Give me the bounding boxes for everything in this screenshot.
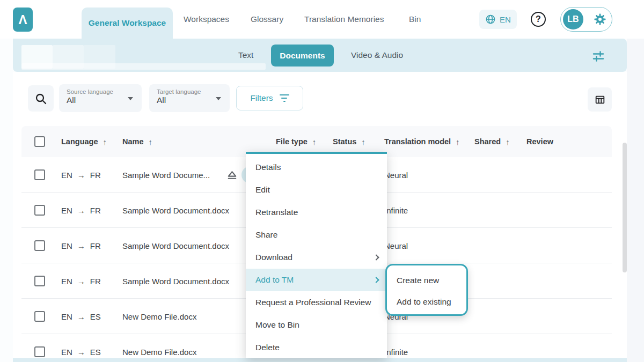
avatar[interactable]: LB — [563, 9, 583, 29]
column-label: Review — [526, 137, 553, 146]
eject-icon[interactable] — [225, 168, 239, 184]
context-menu: Details Edit Retranslate Share Download … — [246, 152, 387, 358]
name-cell[interactable]: Sample Word Docume... — [122, 157, 210, 193]
menu-item-details[interactable]: Details — [246, 156, 387, 179]
target-lang: FR — [90, 241, 101, 250]
row-checkbox[interactable] — [34, 169, 45, 180]
chevron-down-icon — [128, 97, 133, 100]
menu-item-add-to-tm[interactable]: Add to TM — [246, 269, 387, 291]
tab-label: Video & Audio — [351, 50, 403, 60]
submenu-item-create-new[interactable]: Create new — [387, 270, 466, 291]
nav-tab-general-workspace[interactable]: General Workspace — [82, 8, 173, 39]
sort-asc-icon[interactable]: ↑ — [149, 137, 153, 146]
globe-icon — [485, 14, 496, 25]
select-value: All — [67, 95, 134, 105]
translation-model-cell: Infinite — [384, 193, 408, 228]
menu-item-label: Move to Bin — [255, 320, 299, 330]
help-button[interactable]: ? — [531, 12, 546, 27]
nav-tab-workspaces[interactable]: Workspaces — [184, 0, 229, 39]
nav-tab-bin[interactable]: Bin — [409, 0, 421, 39]
table-columns-icon — [594, 94, 606, 106]
target-lang: ES — [90, 348, 101, 357]
language-cell: EN → FR — [61, 157, 101, 193]
language-cell: EN → ES — [61, 334, 101, 362]
name-cell[interactable]: Sample Word Document.docx — [122, 193, 229, 228]
menu-item-request-review[interactable]: Request a Professional Review — [246, 291, 387, 314]
app-logo[interactable]: Λ — [13, 8, 33, 32]
tab-documents[interactable]: Documents — [271, 45, 334, 67]
row-checkbox[interactable] — [34, 240, 45, 251]
name-cell[interactable]: Sample Word Document.docx — [122, 228, 229, 263]
scrollbar-track[interactable] — [627, 39, 644, 362]
arrow-right-icon: → — [77, 312, 85, 321]
arrow-right-icon: → — [77, 171, 85, 180]
bottom-edge-strip — [13, 358, 627, 362]
nav-tab-label: Bin — [409, 14, 421, 24]
row-checkbox[interactable] — [34, 311, 45, 322]
menu-item-label: Add to TM — [255, 275, 294, 285]
profile-menu[interactable]: LB — [560, 7, 612, 32]
select-value: All — [157, 95, 222, 105]
source-lang: EN — [61, 171, 72, 180]
redacted-workspace-block — [21, 63, 266, 70]
name-cell[interactable]: Sample Word Document.docx — [122, 263, 229, 299]
source-lang: EN — [61, 241, 72, 250]
filter-icon — [280, 94, 289, 102]
menu-item-share[interactable]: Share — [246, 224, 387, 246]
nav-tab-label: Translation Memories — [304, 14, 384, 24]
column-header-language[interactable]: Language ↑ — [61, 126, 107, 157]
language-cell: EN → FR — [61, 193, 101, 228]
column-label: Language — [61, 137, 98, 146]
column-header-shared[interactable]: Shared ↑ — [474, 126, 510, 157]
menu-item-delete[interactable]: Delete — [246, 336, 387, 359]
sort-asc-icon[interactable]: ↑ — [361, 137, 365, 146]
row-checkbox[interactable] — [34, 276, 45, 286]
row-checkbox[interactable] — [34, 346, 45, 357]
column-label: Translation model — [384, 137, 451, 146]
gear-icon[interactable] — [594, 13, 606, 26]
row-checkbox[interactable] — [34, 205, 45, 216]
arrow-right-icon: → — [77, 206, 85, 215]
sort-asc-icon[interactable]: ↑ — [103, 137, 107, 146]
filters-button[interactable]: Filters — [236, 86, 303, 110]
nav-tab-glossary[interactable]: Glossary — [251, 0, 283, 39]
select-all-checkbox[interactable] — [34, 136, 45, 147]
menu-item-label: Edit — [255, 185, 270, 195]
name-cell[interactable]: New Demo File.docx — [122, 299, 196, 334]
column-header-review[interactable]: Review — [526, 126, 553, 157]
menu-item-move-to-bin[interactable]: Move to Bin — [246, 314, 387, 336]
menu-item-edit[interactable]: Edit — [246, 179, 387, 201]
column-settings-button[interactable] — [588, 87, 612, 112]
submenu-item-label: Add to existing — [397, 297, 451, 307]
column-label: Name — [122, 137, 144, 146]
submenu-item-add-to-existing[interactable]: Add to existing — [387, 291, 466, 313]
menu-item-retranslate[interactable]: Retranslate — [246, 201, 387, 224]
tab-video-audio[interactable]: Video & Audio — [351, 39, 403, 72]
add-to-tm-submenu: Create new Add to existing — [385, 264, 468, 316]
search-button[interactable] — [28, 85, 54, 112]
tab-text[interactable]: Text — [238, 39, 253, 72]
sort-asc-icon[interactable]: ↑ — [312, 137, 317, 146]
source-lang: EN — [61, 348, 72, 357]
menu-item-label: Download — [255, 253, 292, 262]
scrollbar-thumb[interactable] — [623, 143, 627, 272]
name-cell[interactable]: New Demo File.docx — [122, 334, 196, 362]
column-header-translation-model[interactable]: Translation model ↑ — [384, 126, 460, 157]
target-language-select[interactable]: Target language All — [149, 84, 230, 112]
menu-item-download[interactable]: Download — [246, 246, 387, 269]
chevron-right-icon — [373, 254, 379, 260]
sort-asc-icon[interactable]: ↑ — [456, 137, 460, 146]
nav-tab-label: Workspaces — [184, 14, 229, 24]
submenu-item-label: Create new — [397, 276, 439, 285]
menu-item-label: Share — [255, 230, 277, 240]
nav-tab-translation-memories[interactable]: Translation Memories — [304, 0, 384, 39]
sort-asc-icon[interactable]: ↑ — [506, 137, 510, 146]
target-lang: FR — [90, 277, 101, 286]
column-label: Status — [333, 137, 356, 146]
source-language-select[interactable]: Source language All — [59, 84, 142, 112]
select-label: Source language — [67, 88, 134, 95]
tune-icon[interactable] — [592, 50, 605, 63]
language-selector[interactable]: EN — [479, 10, 517, 29]
column-header-name[interactable]: Name ↑ — [122, 126, 152, 157]
menu-item-label: Request a Professional Review — [255, 298, 371, 307]
